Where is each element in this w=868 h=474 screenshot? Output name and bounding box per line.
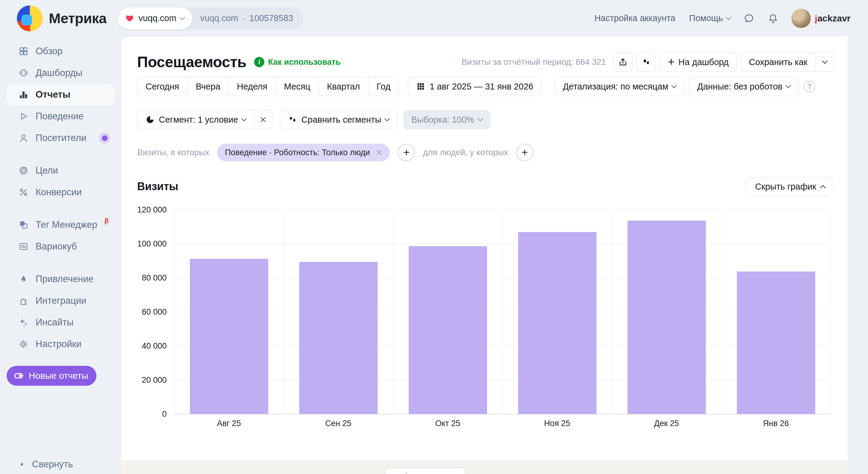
new-feature-badge — [99, 132, 110, 144]
robotness-filter-chip[interactable]: Поведение · Роботность: Только люди — [217, 144, 390, 161]
calendar-grid-icon — [416, 82, 426, 91]
period-tab-4[interactable]: Месяц — [276, 77, 318, 96]
data-mode-label: Данные: без роботов — [697, 82, 782, 92]
hide-chart-button[interactable]: Скрыть график — [746, 177, 834, 196]
compare-segments-button[interactable]: Сравнить сегменты — [280, 110, 397, 129]
close-icon[interactable] — [375, 149, 383, 156]
select-goal-dropdown[interactable]: Выберите цель — [385, 468, 465, 474]
period-filter-row: СегодняВчераНеделяМесяцКварталГод 1 авг … — [137, 77, 834, 96]
sidebar-item-label: Настройки — [36, 339, 82, 350]
avatar[interactable] — [792, 9, 811, 28]
beta-badge: β — [104, 217, 108, 225]
help-label: Помощь — [689, 13, 723, 23]
sidebar-item-label: Посетители — [36, 133, 86, 144]
save-as-menu-button[interactable] — [815, 53, 834, 72]
sidebar-item-overview[interactable]: Обзор — [7, 40, 115, 62]
chart-bar-2[interactable] — [299, 262, 378, 414]
sidebar-item-tag-manager[interactable]: Тег Менеджерβ — [7, 214, 115, 235]
bell-icon[interactable] — [767, 13, 779, 24]
date-range-button[interactable]: 1 авг 2025 — 31 янв 2026 — [408, 77, 541, 96]
add-visit-condition-button[interactable]: + — [398, 144, 415, 161]
data-mode-dropdown[interactable]: Данные: без роботов — [689, 77, 798, 96]
question-icon[interactable]: ? — [804, 81, 815, 92]
sidebar-group: ЦелиКонверсии — [0, 160, 121, 203]
sampling-label: Выборка: 100% — [411, 115, 474, 125]
sidebar-group: ОбзорДашбордыОтчетыПоведениеПосетители — [0, 40, 121, 149]
metrika-logo[interactable]: Метрика — [17, 5, 106, 31]
chevron-up-icon — [820, 185, 826, 190]
gridline — [721, 210, 721, 414]
add-people-condition-button[interactable]: + — [516, 144, 533, 161]
save-as-split-button: Сохранить как — [741, 53, 834, 72]
add-to-dashboard-button[interactable]: + На дашборд — [660, 53, 737, 72]
sidebar-group: ПривлечениеИнтеграцииИнсайтыНастройки — [0, 268, 121, 355]
clear-segment-button[interactable] — [254, 110, 273, 129]
period-presets: СегодняВчераНеделяМесяцКварталГод — [137, 77, 399, 96]
segment-dropdown[interactable]: Сегмент: 1 условие — [137, 110, 254, 129]
sidebar-item-label: Цели — [36, 165, 58, 176]
period-tab-2[interactable]: Вчера — [187, 77, 228, 96]
chart-bar-3[interactable] — [409, 246, 487, 414]
report-card: Посещаемость i Как использовать Визиты з… — [121, 36, 847, 461]
info-icon: i — [254, 57, 264, 67]
sidebar-item-variocube[interactable]: Вариокуб — [7, 235, 115, 257]
chevron-down-icon — [786, 83, 791, 88]
username[interactable]: jackzavr — [815, 13, 850, 24]
x-tick-label: Авг 25 — [217, 419, 241, 428]
triangle-left-icon — [19, 461, 25, 467]
pie-chart-icon — [145, 115, 155, 124]
sidebar-item-goals[interactable]: Цели — [7, 160, 115, 181]
x-tick-label: Дек 25 — [654, 419, 679, 428]
collapse-sidebar-button[interactable]: Свернуть — [19, 459, 73, 470]
export-button[interactable] — [613, 53, 632, 72]
sidebar-item-conversions[interactable]: Конверсии — [7, 181, 115, 203]
sidebar-item-label: Конверсии — [36, 187, 82, 198]
chip-label: Поведение · Роботность: Только люди — [225, 148, 370, 157]
sidebar-item-behavior[interactable]: Поведение — [7, 105, 115, 127]
period-tab-5[interactable]: Квартал — [318, 77, 368, 96]
how-to-use-link[interactable]: i Как использовать — [254, 57, 341, 67]
sidebar-item-dashboards[interactable]: Дашборды — [7, 62, 115, 84]
chevron-down-icon — [726, 14, 731, 20]
save-as-button[interactable]: Сохранить как — [741, 53, 815, 72]
y-tick-label: 0 — [162, 410, 167, 419]
annotations-button[interactable] — [637, 53, 656, 72]
sidebar-item-settings[interactable]: Настройки — [7, 333, 115, 355]
sidebar-item-integrations[interactable]: Интеграции — [7, 290, 115, 312]
account-settings-link[interactable]: Настройка аккаунта — [594, 13, 675, 23]
sidebar-item-insights[interactable]: Инсайты — [7, 312, 115, 333]
add-to-dashboard-label: На дашборд — [678, 57, 729, 67]
detalization-dropdown[interactable]: Детализация: по месяцам — [555, 77, 684, 96]
sidebar-group: Тег МенеджерβВариокуб — [0, 214, 121, 257]
gridline — [612, 210, 612, 414]
sidebar-item-label: Дашборды — [36, 67, 82, 78]
chart-bar-4[interactable] — [518, 232, 596, 414]
hide-chart-label: Скрыть график — [755, 182, 816, 192]
chart-bar-1[interactable] — [190, 259, 268, 414]
site-selector-button[interactable]: vuqq.com — [118, 7, 192, 29]
new-reports-button[interactable]: Новые отчеты — [7, 366, 96, 386]
chat-icon[interactable] — [743, 13, 755, 24]
segment-label: Сегмент: 1 условие — [159, 115, 238, 125]
period-tab-3[interactable]: Неделя — [228, 77, 276, 96]
period-tab-1[interactable]: Сегодня — [137, 77, 187, 96]
period-tab-6[interactable]: Год — [368, 77, 398, 96]
metrika-logo-icon — [17, 5, 43, 31]
sampling-dropdown[interactable]: Выборка: 100% — [403, 110, 490, 129]
chevron-down-icon — [241, 116, 247, 121]
current-site-label: vuqq.com — [138, 13, 176, 23]
chart-bar-6[interactable] — [737, 272, 815, 414]
sidebar-item-label: Привлечение — [36, 274, 93, 284]
sidebar-item-reports[interactable]: Отчеты — [7, 84, 115, 105]
sidebar-item-visitors[interactable]: Посетители — [7, 127, 115, 149]
toggle-icon — [13, 370, 24, 381]
sidebar-item-acquisition[interactable]: Привлечение — [7, 268, 115, 290]
heart-icon — [125, 14, 134, 23]
y-tick-label: 100 000 — [137, 239, 167, 249]
chevron-down-icon — [384, 116, 390, 121]
site-domain: vuqq.com — [200, 13, 238, 23]
help-menu[interactable]: Помощь — [689, 13, 731, 23]
separator-dot: · — [242, 13, 245, 23]
chart-bar-5[interactable] — [627, 221, 706, 414]
segment-split-button: Сегмент: 1 условие — [137, 110, 273, 129]
